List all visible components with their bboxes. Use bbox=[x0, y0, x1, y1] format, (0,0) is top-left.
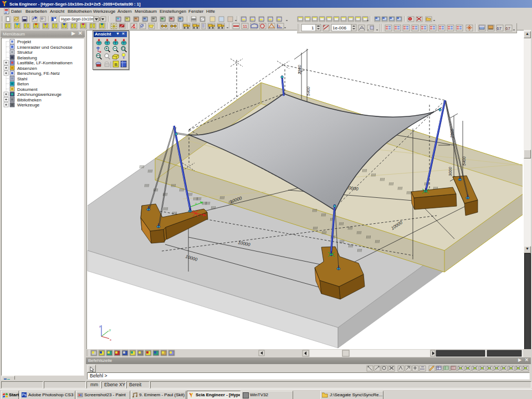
svg-text:Linienraster und Geschosse: Linienraster und Geschosse bbox=[17, 45, 73, 50]
svg-text:3000: 3000 bbox=[448, 166, 453, 176]
svg-text:Belastung: Belastung bbox=[17, 55, 37, 60]
svg-text:2900: 2900 bbox=[297, 64, 302, 75]
svg-text:,: , bbox=[367, 25, 369, 31]
svg-text:Stahl: Stahl bbox=[17, 76, 27, 81]
svg-text:11: 11 bbox=[243, 24, 248, 29]
svg-text:67: 67 bbox=[505, 26, 510, 31]
svg-text:Absenzen: Absenzen bbox=[17, 66, 37, 71]
svg-text:Bibliotheken: Bibliotheken bbox=[17, 98, 42, 103]
svg-text:Werkzeuge: Werkzeuge bbox=[17, 103, 40, 108]
svg-text:B: B bbox=[115, 62, 117, 67]
svg-text:z: z bbox=[99, 325, 101, 328]
svg-text:5400: 5400 bbox=[462, 156, 467, 166]
svg-text:Dokument: Dokument bbox=[17, 87, 38, 92]
svg-text:1e-006: 1e-006 bbox=[332, 25, 346, 30]
svg-text:Lastfälle, LF-Kombinationen: Lastfälle, LF-Kombinationen bbox=[17, 60, 73, 65]
svg-text:Zeichnungswerkzeuge: Zeichnungswerkzeuge bbox=[17, 92, 62, 97]
svg-text:x: x bbox=[110, 338, 111, 341]
svg-text:Struktur: Struktur bbox=[17, 50, 33, 55]
svg-text:y: y bbox=[195, 202, 197, 205]
svg-text:1: 1 bbox=[311, 25, 314, 30]
svg-text:67: 67 bbox=[497, 26, 502, 31]
svg-text:Projekt: Projekt bbox=[17, 39, 32, 44]
svg-text:Berechnung, FE-Netz: Berechnung, FE-Netz bbox=[17, 71, 60, 76]
svg-text:Beton: Beton bbox=[17, 81, 29, 86]
svg-text:y: y bbox=[109, 328, 111, 331]
svg-text:5400: 5400 bbox=[306, 86, 311, 96]
